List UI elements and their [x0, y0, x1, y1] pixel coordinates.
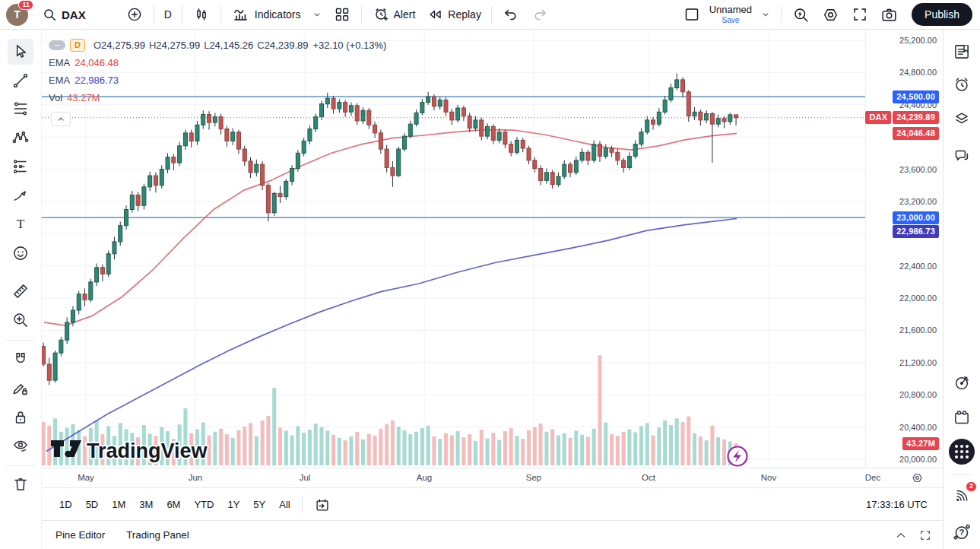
emoji-icon [11, 243, 30, 263]
time-scale[interactable]: MayJunJulAugSepOctNovDec [42, 468, 943, 488]
legend-collapse-pill[interactable]: – [49, 40, 65, 50]
interval-button[interactable]: D [159, 3, 177, 26]
range-1d-button[interactable]: 1D [52, 495, 79, 514]
undo-button[interactable] [496, 3, 525, 26]
ema-slow-label: EMA [49, 75, 70, 86]
trend-line-tool-button[interactable] [8, 68, 33, 94]
separator [182, 6, 182, 23]
range-3m-button[interactable]: 3M [132, 495, 160, 514]
sidebar-divider [951, 474, 972, 475]
symbol-search-button[interactable]: DAX [36, 3, 91, 26]
volume-label: Vol [49, 92, 62, 103]
zoom-in-tool-button[interactable] [8, 307, 33, 333]
sidebar-help-button[interactable]: ? [948, 519, 975, 546]
go-to-date-button[interactable] [307, 493, 338, 517]
symbol-name: DAX [62, 8, 86, 21]
lock-all-tool-button[interactable] [8, 405, 33, 430]
interval-label: D [164, 8, 172, 21]
ema-slow-label: 22,986.73 [893, 225, 939, 238]
bottom-panel-bar: Pine Editor Trading Panel [42, 520, 943, 549]
drawing-mode-tool-button[interactable] [8, 376, 33, 401]
xabcd-pattern-tool-button[interactable] [8, 125, 33, 151]
volume-legend-row[interactable]: Vol 43.27M [49, 90, 386, 104]
range-1y-button[interactable]: 1Y [220, 495, 246, 514]
ema-fast-label: 24,046.48 [893, 127, 939, 140]
layout-name-button[interactable]: Unnamed Save [706, 5, 755, 24]
remove-all-icon [11, 474, 30, 494]
ema-slow-legend-row[interactable]: EMA 22,986.73 [49, 73, 386, 87]
sidebar-apps-button[interactable] [948, 438, 975, 465]
top-toolbar: T 11 DAX D Indicators Alert Replay [0, 0, 980, 30]
range-all-button[interactable]: All [272, 495, 297, 514]
indicators-button[interactable]: Indicators [226, 3, 306, 26]
indicators-icon [231, 5, 251, 24]
pine-editor-tab[interactable]: Pine Editor [48, 525, 113, 545]
alert-button[interactable]: Alert [366, 3, 421, 26]
ruler-tool-button[interactable] [8, 278, 33, 304]
panel-expand-chevron-button[interactable] [894, 528, 908, 542]
range-5y-button[interactable]: 5Y [246, 495, 272, 514]
sidebar-screener-button[interactable] [948, 369, 975, 396]
quick-search-button[interactable] [786, 3, 816, 26]
replay-icon [426, 5, 444, 24]
range-5d-button[interactable]: 5D [79, 495, 106, 514]
layout-select-button[interactable] [677, 3, 706, 26]
hide-all-tool-button[interactable] [8, 433, 33, 459]
month-tick: May [78, 473, 94, 482]
chart-pane[interactable]: TradingView – D O24,275.99H24,275.99L24,… [42, 30, 943, 549]
chart-style-button[interactable] [187, 3, 216, 26]
range-1m-button[interactable]: 1M [105, 495, 132, 514]
volume-label: 43.27M [902, 437, 939, 450]
replay-button[interactable]: Replay [420, 3, 487, 26]
separator [220, 6, 221, 23]
clock[interactable]: 17:33:16 UTC [866, 499, 932, 510]
magnet-tool-button[interactable] [8, 347, 33, 373]
compare-add-button[interactable] [120, 3, 149, 26]
panel-maximize-button[interactable] [918, 528, 932, 542]
toolbar-divider [6, 340, 35, 341]
settings-button[interactable] [816, 3, 845, 26]
sidebar-streams-button[interactable]: 2 [948, 482, 975, 509]
text-icon: T [11, 214, 30, 234]
redo-button[interactable] [525, 3, 554, 26]
sidebar-watchlist-button[interactable] [948, 38, 975, 65]
time-scale-settings-button[interactable] [910, 471, 924, 485]
publish-button[interactable]: Publish [912, 3, 972, 26]
calendar-icon [952, 408, 972, 427]
sidebar-calendar-button[interactable] [948, 404, 975, 431]
sidebar-alerts-button[interactable] [948, 71, 975, 98]
ohlc-values: O24,275.99H24,275.99L24,145.26C24,239.89… [90, 40, 386, 51]
indicator-templates-button[interactable] [328, 3, 357, 26]
candles-icon [192, 5, 211, 24]
projection-tool-button[interactable] [8, 154, 33, 179]
legend-collapse-button[interactable] [51, 112, 71, 126]
avatar[interactable]: T 11 [6, 4, 28, 26]
fullscreen-icon [851, 5, 869, 24]
separator [302, 497, 303, 513]
fib-retracement-tool-button[interactable] [8, 96, 33, 122]
symbol-legend-row: – D O24,275.99H24,275.99L24,145.26C24,23… [49, 38, 386, 52]
ema-fast-legend-row[interactable]: EMA 24,046.48 [49, 56, 386, 69]
xabcd-pattern-icon [11, 128, 30, 148]
layout-dropdown-chevron[interactable] [755, 3, 776, 26]
remove-all-tool-button[interactable] [8, 471, 33, 497]
indicators-dropdown-chevron[interactable] [306, 3, 328, 26]
magnet-icon [11, 350, 30, 370]
range-6m-button[interactable]: 6M [160, 495, 187, 514]
sidebar-chat-button[interactable] [948, 142, 975, 170]
gear-icon [821, 5, 840, 24]
price-scale[interactable]: 25,200.0024,800.0024,400.0023,600.0023,2… [865, 30, 943, 468]
redo-icon [531, 5, 549, 24]
screenshot-button[interactable] [874, 3, 904, 26]
svg-text:TradingView: TradingView [87, 440, 208, 462]
emoji-tool-button[interactable] [8, 240, 33, 266]
text-tool-button[interactable]: T [8, 211, 33, 237]
brush-tool-button[interactable] [8, 182, 33, 208]
trading-panel-tab[interactable]: Trading Panel [119, 525, 197, 545]
fullscreen-button[interactable] [845, 3, 874, 26]
month-tick: Nov [761, 473, 776, 482]
range-ytd-button[interactable]: YTD [187, 495, 220, 514]
sidebar-object-tree-button[interactable] [948, 106, 975, 133]
cursor-tool-button[interactable] [8, 39, 33, 65]
cursor-icon [11, 42, 30, 62]
